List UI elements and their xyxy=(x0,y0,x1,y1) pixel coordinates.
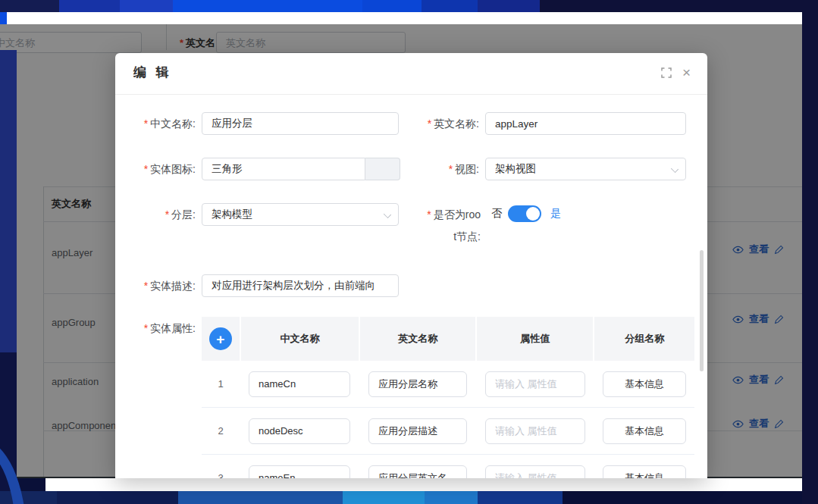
bottom-white-strip xyxy=(45,478,802,491)
col-header-name-en: 英文名称 xyxy=(360,317,475,361)
edit-dialog: 编 辑 × *中文名称: *英文名称: *实体图标: *视图: 架构视图 xyxy=(115,53,707,478)
entity-icon-addon-button[interactable] xyxy=(365,158,400,180)
fullscreen-icon[interactable] xyxy=(661,67,672,78)
name-cn-label: *中文名称: xyxy=(115,116,196,131)
attr-value-input[interactable] xyxy=(485,465,585,479)
attr-row: 1 xyxy=(202,361,694,408)
screen: *英文名 英文名称 appLayer appGroup application … xyxy=(0,0,818,504)
right-edge-decor xyxy=(802,12,818,504)
row-index: 3 xyxy=(202,472,240,478)
is-root-toggle[interactable] xyxy=(508,205,541,222)
name-cn-input[interactable] xyxy=(202,112,399,135)
attr-row: 2 xyxy=(202,408,694,455)
toggle-knob xyxy=(526,207,540,221)
bottom-decor-bar xyxy=(0,491,818,504)
entity-desc-label: *实体描述: xyxy=(115,278,196,293)
blue-chip-decor xyxy=(0,12,7,24)
attr-table: + 中文名称 英文名称 属性值 分组名称 1 2 xyxy=(202,317,694,478)
entity-desc-input[interactable] xyxy=(202,274,399,297)
view-select[interactable]: 架构视图 xyxy=(485,158,686,180)
close-icon[interactable]: × xyxy=(682,67,691,79)
chevron-down-icon xyxy=(672,166,678,172)
attr-row: 3 xyxy=(202,455,694,478)
name-en-label: *英文名称: xyxy=(399,116,479,131)
entity-attrs-label: *实体属性: xyxy=(115,321,196,336)
modal-scrollbar[interactable] xyxy=(700,250,704,371)
attr-name-cn-input[interactable] xyxy=(249,465,350,479)
col-header-value: 属性值 xyxy=(477,317,594,361)
row-index: 1 xyxy=(202,378,240,390)
add-attribute-button[interactable]: + xyxy=(209,327,232,350)
chevron-down-icon xyxy=(384,211,390,218)
view-label: *视图: xyxy=(399,161,479,177)
is-root-label-line2: t节点: xyxy=(417,229,481,244)
row-index: 2 xyxy=(202,425,240,437)
col-header-group: 分组名称 xyxy=(594,317,694,361)
col-header-name-cn: 中文名称 xyxy=(241,317,359,361)
top-white-strip xyxy=(0,12,802,24)
name-en-input[interactable] xyxy=(485,112,686,135)
attr-name-en-input[interactable] xyxy=(368,371,467,397)
divider xyxy=(115,94,707,95)
entity-icon-label: *实体图标: xyxy=(115,161,196,177)
is-root-label: *是否为roo xyxy=(417,207,481,222)
attr-group-input[interactable] xyxy=(603,371,686,397)
top-decor-bar xyxy=(0,0,818,12)
attr-name-cn-input[interactable] xyxy=(249,418,350,444)
attr-group-input[interactable] xyxy=(603,465,686,479)
attr-group-input[interactable] xyxy=(603,418,686,444)
attr-name-en-input[interactable] xyxy=(368,418,467,444)
attr-table-header: + 中文名称 英文名称 属性值 分组名称 xyxy=(202,317,694,361)
left-edge-decor xyxy=(0,50,17,352)
entity-icon-input[interactable] xyxy=(202,158,365,180)
attr-name-en-input[interactable] xyxy=(368,465,467,479)
attr-value-input[interactable] xyxy=(485,371,585,397)
attr-name-cn-input[interactable] xyxy=(249,371,350,397)
toggle-off-label: 否 xyxy=(491,207,502,221)
dialog-title: 编 辑 xyxy=(133,64,172,81)
attr-value-input[interactable] xyxy=(485,418,585,444)
toggle-on-label: 是 xyxy=(550,207,561,221)
layer-label: *分层: xyxy=(115,207,196,222)
layer-select[interactable]: 架构模型 xyxy=(202,203,399,226)
